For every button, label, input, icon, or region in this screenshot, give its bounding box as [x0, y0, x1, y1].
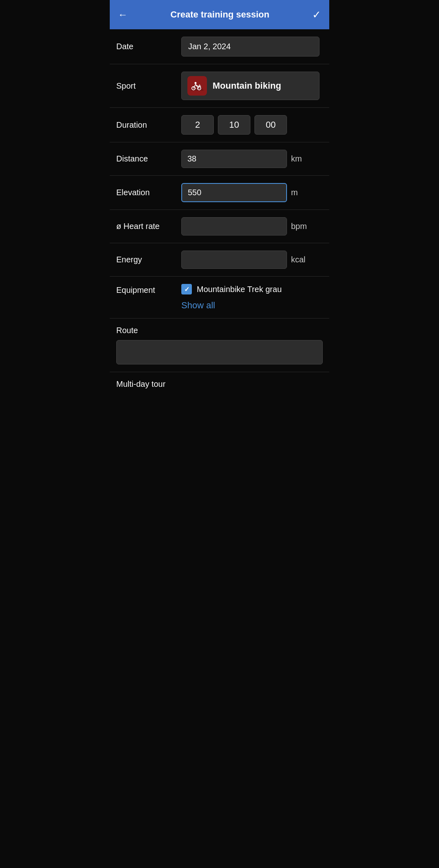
heart-rate-label: ø Heart rate: [116, 222, 181, 231]
equipment-content: ✓ Mountainbike Trek grau Show all: [181, 284, 323, 311]
distance-unit: km: [291, 154, 311, 164]
sport-picker-button[interactable]: Mountain biking: [181, 72, 319, 100]
distance-input[interactable]: [181, 150, 287, 168]
duration-value-area: [181, 115, 323, 135]
energy-row: Energy kcal: [110, 243, 329, 277]
mountain-bike-svg: [190, 79, 204, 93]
duration-inputs: [181, 115, 287, 135]
distance-value-area: km: [181, 150, 323, 168]
heart-rate-row: ø Heart rate bpm: [110, 210, 329, 243]
elevation-input[interactable]: [181, 183, 287, 202]
equipment-item-name: Mountainbike Trek grau: [197, 285, 282, 294]
distance-label: Distance: [116, 154, 181, 164]
heart-rate-unit: bpm: [291, 222, 311, 231]
distance-row: Distance km: [110, 142, 329, 176]
duration-hours-input[interactable]: [181, 115, 214, 135]
elevation-label: Elevation: [116, 188, 181, 197]
route-input[interactable]: [116, 340, 323, 364]
sport-label: Sport: [116, 81, 181, 91]
energy-value-area: kcal: [181, 251, 323, 269]
sport-icon: [187, 76, 207, 96]
duration-minutes-input[interactable]: [218, 115, 250, 135]
show-all-button[interactable]: Show all: [181, 300, 323, 311]
checkbox-check-icon: ✓: [184, 286, 189, 293]
equipment-row: Equipment ✓ Mountainbike Trek grau Show …: [110, 277, 329, 318]
equipment-item: ✓ Mountainbike Trek grau: [181, 284, 323, 294]
heart-rate-value-area: bpm: [181, 217, 323, 236]
elevation-unit: m: [291, 188, 311, 197]
multi-day-tour-label: Multi-day tour: [116, 379, 165, 388]
svg-marker-1: [198, 84, 201, 87]
equipment-checkbox[interactable]: ✓: [181, 284, 192, 294]
route-row: Route: [110, 318, 329, 372]
energy-label: Energy: [116, 255, 181, 264]
back-button[interactable]: ←: [118, 9, 128, 20]
sport-value-area: Mountain biking: [181, 72, 323, 100]
date-label: Date: [116, 42, 181, 51]
duration-label: Duration: [116, 120, 181, 130]
date-value-area: Jan 2, 2024: [181, 37, 323, 57]
elevation-value-area: m: [181, 183, 323, 202]
sport-row: Sport Mount: [110, 64, 329, 108]
confirm-button[interactable]: ✓: [312, 9, 321, 21]
heart-rate-input[interactable]: [181, 217, 287, 236]
svg-point-2: [195, 82, 197, 84]
multi-day-tour-row: Multi-day tour: [110, 372, 329, 396]
date-picker-button[interactable]: Jan 2, 2024: [181, 37, 319, 57]
equipment-label-row: Equipment ✓ Mountainbike Trek grau Show …: [116, 284, 323, 311]
energy-input[interactable]: [181, 251, 287, 269]
route-label: Route: [116, 326, 323, 335]
app-header: ← Create training session ✓: [110, 0, 329, 29]
page-title: Create training session: [170, 9, 269, 20]
sport-name: Mountain biking: [213, 81, 281, 91]
date-row: Date Jan 2, 2024: [110, 29, 329, 64]
energy-unit: kcal: [291, 255, 311, 264]
duration-row: Duration: [110, 108, 329, 142]
duration-seconds-input[interactable]: [254, 115, 287, 135]
elevation-row: Elevation m: [110, 176, 329, 210]
equipment-label: Equipment: [116, 284, 181, 295]
